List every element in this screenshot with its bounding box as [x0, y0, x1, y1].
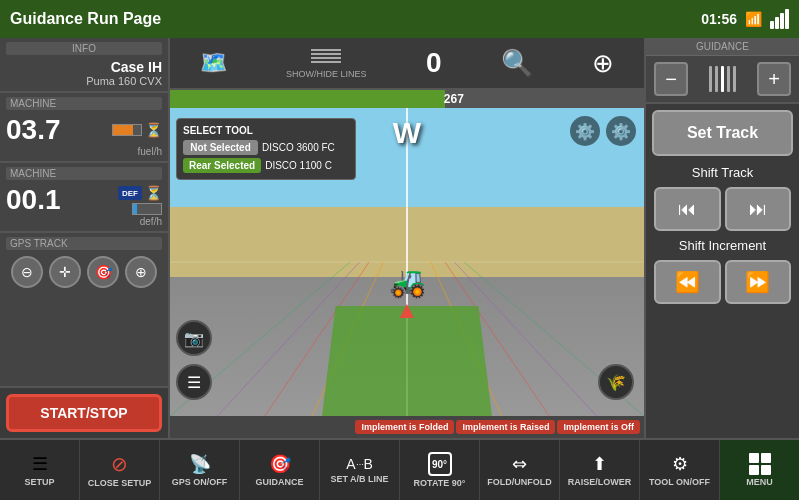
- def-badge: DEF: [118, 186, 142, 200]
- gps-onoff-icon: 📡: [189, 453, 211, 475]
- header-right: 01:56 📶: [701, 9, 789, 29]
- machine-name: Case IH: [6, 59, 162, 75]
- signal-bars: [770, 9, 789, 29]
- machine1-unit: fuel/h: [6, 146, 162, 157]
- show-hide-lines-btn[interactable]: SHOW/HIDE LINES: [286, 47, 367, 79]
- close-setup-icon: ⊘: [111, 452, 128, 476]
- shift-track-label: Shift Track: [646, 162, 799, 183]
- shift-right-end-btn[interactable]: ⏭: [725, 187, 792, 231]
- shift-track-buttons: ⏮ ⏭: [646, 183, 799, 235]
- set-track-button[interactable]: Set Track: [652, 110, 793, 156]
- progress-value: 267: [444, 92, 464, 106]
- gps-btn-cross[interactable]: ✛: [49, 256, 81, 288]
- shift-left-end-btn[interactable]: ⏮: [654, 187, 721, 231]
- rear-selected-badge[interactable]: Rear Selected: [183, 158, 261, 173]
- guidance-label: GUIDANCE: [255, 477, 303, 487]
- machine1-section: MACHINE 03.7 ⏳ fuel/h: [0, 93, 168, 163]
- show-hide-label: SHOW/HIDE LINES: [286, 69, 367, 79]
- not-selected-badge[interactable]: Not Selected: [183, 140, 258, 155]
- fold-unfold-icon: ⇔: [512, 453, 527, 475]
- gps-btn-plus-circle[interactable]: ⊕: [125, 256, 157, 288]
- machine2-unit: def/h: [6, 216, 162, 227]
- info-label: INFO: [6, 42, 162, 55]
- shift-increment-left-btn[interactable]: ⏪: [654, 260, 721, 304]
- toolbar-counter: 0: [426, 47, 442, 79]
- set-ab-line-btn[interactable]: A⋯B SET A/B LINE: [320, 440, 400, 500]
- gps-btn-steering[interactable]: 🎯: [87, 256, 119, 288]
- machine-model: Puma 160 CVX: [6, 75, 162, 87]
- zoom-out-icon: 🔍: [501, 48, 533, 78]
- stepper-lines: [709, 66, 736, 92]
- shift-increment-buttons: ⏪ ⏩: [646, 256, 799, 308]
- clock: 01:56: [701, 11, 737, 27]
- select-tool-overlay: SELECT TOOL Not Selected DISCO 3600 FC R…: [176, 118, 356, 180]
- start-stop-button[interactable]: START/STOP: [6, 394, 162, 432]
- setup-btn[interactable]: ☰ SETUP: [0, 440, 80, 500]
- raise-lower-label: RAISE/LOWER: [568, 477, 632, 487]
- raise-lower-icon: ⬆: [592, 453, 607, 475]
- setup-icon: ☰: [32, 453, 48, 475]
- gps-onoff-label: GPS ON/OFF: [172, 477, 228, 487]
- machine1-value: 03.7: [6, 114, 61, 146]
- fold-unfold-label: FOLD/UNFOLD: [487, 477, 552, 487]
- bottom-bar: ☰ SETUP ⊘ CLOSE SETUP 📡 GPS ON/OFF 🎯 GUI…: [0, 438, 799, 500]
- tool-onoff-icon: ⚙: [672, 453, 688, 475]
- gps-btn-minus[interactable]: ⊖: [11, 256, 43, 288]
- map-right-button[interactable]: 🌾: [598, 364, 634, 400]
- rotate-90-icon: 90°: [428, 452, 452, 476]
- map-view[interactable]: SELECT TOOL Not Selected DISCO 3600 FC R…: [170, 108, 644, 416]
- settings-gear2-icon[interactable]: ⚙️: [606, 116, 636, 146]
- rotate-90-label: ROTATE 90°: [414, 478, 466, 488]
- tractor-icon: 🚜: [389, 264, 426, 299]
- map-settings: ⚙️ ⚙️: [570, 116, 636, 146]
- zoom-in-btn[interactable]: ⊕: [592, 48, 614, 79]
- raise-lower-btn[interactable]: ⬆ RAISE/LOWER: [560, 440, 640, 500]
- shift-increment-label: Shift Increment: [646, 235, 799, 256]
- machine2-value: 00.1: [6, 184, 61, 216]
- fuel-bar: [112, 124, 142, 136]
- menu-grid-icon: [749, 453, 771, 475]
- stepper-minus-btn[interactable]: −: [654, 62, 688, 96]
- implement-bar: Implement is Folded Implement is Raised …: [170, 416, 644, 438]
- machine2-section: MACHINE 00.1 DEF ⏳ def/h: [0, 163, 168, 233]
- fold-unfold-btn[interactable]: ⇔ FOLD/UNFOLD: [480, 440, 560, 500]
- machine1-label: MACHINE: [6, 97, 162, 110]
- tool-onoff-btn[interactable]: ⚙ TOOL ON/OFF: [640, 440, 720, 500]
- implement-raised-badge: Implement is Raised: [456, 420, 555, 434]
- set-ab-line-label: SET A/B LINE: [330, 474, 388, 484]
- rear-selected-tool-name: DISCO 1100 C: [265, 160, 332, 171]
- gps-section: GPS TRACK ⊖ ✛ 🎯 ⊕: [0, 233, 168, 388]
- menu-label: MENU: [746, 477, 773, 487]
- map-toolbar: 🗺️ SHOW/HIDE LINES 0 🔍 ⊕: [170, 38, 644, 90]
- shift-increment-right-btn[interactable]: ⏩: [725, 260, 792, 304]
- close-setup-label: CLOSE SETUP: [88, 478, 152, 488]
- gps-onoff-btn[interactable]: 📡 GPS ON/OFF: [160, 440, 240, 500]
- menu-btn[interactable]: MENU: [720, 440, 799, 500]
- settings-gear-icon[interactable]: ⚙️: [570, 116, 600, 146]
- fuel2-bar: [132, 203, 162, 215]
- hourglass2-icon: ⏳: [145, 185, 162, 201]
- guidance-header: GUIDANCE: [646, 38, 799, 56]
- stepper-plus-btn[interactable]: +: [757, 62, 791, 96]
- zoom-out-btn[interactable]: 🔍: [501, 48, 533, 79]
- map-icon-btn[interactable]: 🗺️: [200, 50, 227, 76]
- select-tool-title: SELECT TOOL: [183, 125, 349, 136]
- info-section: INFO Case IH Puma 160 CVX: [0, 38, 168, 93]
- left-panel: INFO Case IH Puma 160 CVX MACHINE 03.7 ⏳…: [0, 38, 170, 438]
- rotate-90-btn[interactable]: 90° ROTATE 90°: [400, 440, 480, 500]
- gps-label: GPS TRACK: [6, 237, 162, 250]
- close-setup-btn[interactable]: ⊘ CLOSE SETUP: [80, 440, 160, 500]
- implement-folded-badge: Implement is Folded: [355, 420, 454, 434]
- guidance-btn[interactable]: 🎯 GUIDANCE: [240, 440, 320, 500]
- implement-off-badge: Implement is Off: [557, 420, 640, 434]
- right-guidance-panel: GUIDANCE − + Set Track Shift Track ⏮ ⏭ S…: [644, 38, 799, 438]
- list-btn[interactable]: ☰: [176, 364, 212, 400]
- tool-onoff-label: TOOL ON/OFF: [649, 477, 710, 487]
- lines-icon: [311, 47, 341, 67]
- center-area: 🗺️ SHOW/HIDE LINES 0 🔍 ⊕: [170, 38, 644, 438]
- setup-label: SETUP: [24, 477, 54, 487]
- wifi-icon: 📶: [745, 11, 762, 27]
- camera-btn[interactable]: 📷: [176, 320, 212, 356]
- not-selected-tool-name: DISCO 3600 FC: [262, 142, 335, 153]
- red-marker: ▲: [395, 296, 419, 324]
